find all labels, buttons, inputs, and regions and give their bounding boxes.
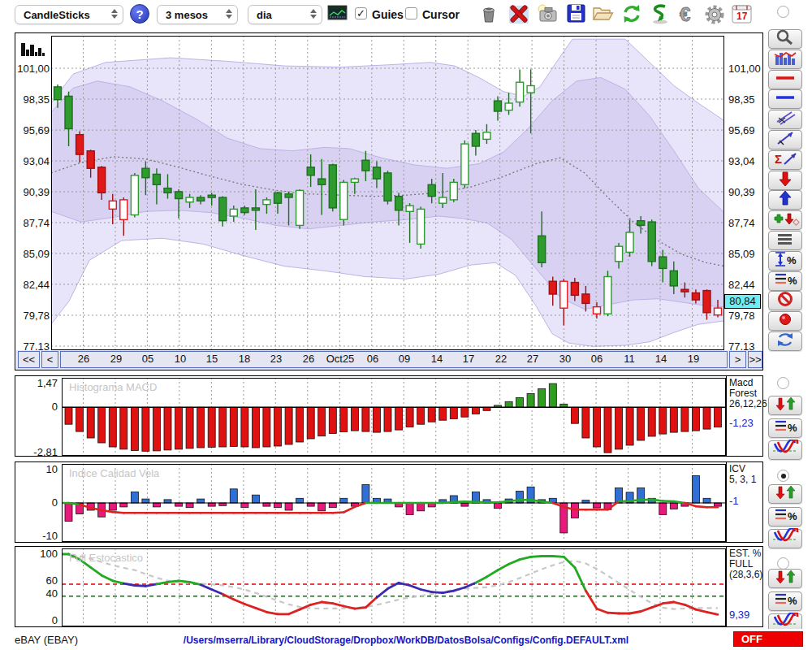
save-icon[interactable] bbox=[566, 3, 589, 26]
panel-tick-label: 0 bbox=[17, 614, 58, 626]
nav-next-button[interactable]: > bbox=[729, 351, 746, 368]
lines-percent-button[interactable]: % bbox=[768, 271, 802, 291]
mini-chart-window-icon[interactable] bbox=[327, 3, 350, 26]
svg-text:%: % bbox=[788, 595, 797, 607]
red-line-icon bbox=[771, 69, 800, 90]
price-tick-label: 85,09 bbox=[728, 248, 755, 260]
arrow-down-button[interactable] bbox=[768, 171, 802, 190]
stock-chart-app: CandleSticks ? 3 mesos dia ✓ Guies Curso… bbox=[0, 0, 812, 650]
macd-radio-button[interactable] bbox=[777, 377, 789, 389]
macd-lines-percent-button[interactable]: % bbox=[768, 418, 802, 438]
forbidden-button[interactable] bbox=[768, 291, 802, 310]
macd-updown-arrows-button[interactable] bbox=[768, 396, 802, 415]
levels-button[interactable] bbox=[768, 231, 802, 250]
macd-value: -1,23 bbox=[729, 417, 754, 429]
date-tick-label: Oct25 bbox=[324, 353, 356, 365]
channel-icon bbox=[771, 109, 800, 130]
open-folder-icon[interactable] bbox=[591, 3, 614, 26]
chart-type-select[interactable]: CandleSticks bbox=[15, 5, 123, 24]
levels-icon bbox=[771, 230, 800, 251]
icv-lines-percent-button[interactable]: % bbox=[768, 507, 802, 526]
price-tick-label: 95,69 bbox=[17, 124, 50, 136]
nav-prev-button[interactable]: < bbox=[41, 351, 58, 368]
price-tick-label: 90,39 bbox=[728, 186, 755, 198]
macd-indicator-curve-button[interactable] bbox=[768, 440, 802, 460]
chevron-updown-icon bbox=[226, 9, 232, 19]
record-button[interactable] bbox=[768, 311, 802, 331]
zoom-button[interactable] bbox=[768, 29, 802, 49]
svg-text:€: € bbox=[680, 3, 690, 25]
date-tick-label: 14 bbox=[421, 353, 453, 365]
icv-updown-arrows-button[interactable] bbox=[768, 484, 802, 504]
channel-button[interactable] bbox=[768, 110, 802, 129]
date-tick-label: 19 bbox=[677, 353, 710, 365]
icv-indicator-curve-button[interactable] bbox=[768, 529, 802, 548]
off-toggle-button[interactable]: OFF bbox=[733, 631, 803, 647]
delete-x-icon[interactable] bbox=[508, 3, 530, 26]
vertical-percent-button[interactable]: % bbox=[768, 251, 802, 271]
settings-gear-icon[interactable] bbox=[703, 3, 726, 26]
stochastic-info-block: EST. %FULL(28,3,6) 9,39 bbox=[726, 547, 762, 626]
stoch-lines-percent-button[interactable]: % bbox=[768, 592, 802, 611]
tool-sidebar: Σ%%%%% bbox=[767, 0, 812, 650]
blue-line-button[interactable] bbox=[768, 89, 802, 109]
date-tick-label: 06 bbox=[581, 353, 613, 365]
euro-icon[interactable]: € bbox=[676, 3, 699, 26]
config-path[interactable]: /Users/mserra/Library/CloudStorage/Dropb… bbox=[97, 635, 715, 646]
date-tick-label: 30 bbox=[549, 353, 581, 365]
sync-button[interactable] bbox=[768, 332, 802, 351]
price-tick-label: 98,35 bbox=[17, 93, 50, 106]
snapshot-icon[interactable] bbox=[536, 3, 559, 26]
cursor-checkbox[interactable] bbox=[405, 7, 417, 20]
svg-text:%: % bbox=[788, 275, 797, 287]
chevron-updown-icon bbox=[310, 9, 317, 19]
trash-icon[interactable] bbox=[477, 3, 500, 26]
price-tick-label: 87,74 bbox=[17, 217, 50, 229]
interval-select[interactable]: dia bbox=[248, 5, 322, 24]
period-select[interactable]: 3 mesos bbox=[157, 5, 238, 24]
symbol-label: eBAY (EBAY) bbox=[15, 634, 78, 646]
red-line-button[interactable] bbox=[768, 70, 802, 89]
lines-percent-icon: % bbox=[771, 271, 800, 292]
price-tick-label: 98,35 bbox=[728, 93, 755, 106]
calendar-icon[interactable]: 17 bbox=[731, 3, 754, 26]
panel-tick-label: 0 bbox=[17, 496, 58, 509]
arrow-up-button[interactable] bbox=[768, 190, 802, 210]
price-tick-label: 79,78 bbox=[728, 310, 755, 322]
date-tick-label: 29 bbox=[100, 353, 132, 365]
trendline-icon bbox=[771, 129, 800, 150]
icv-value: -1 bbox=[729, 495, 739, 507]
nav-last-button[interactable]: >> bbox=[748, 351, 762, 368]
stochastic-plot[interactable] bbox=[62, 548, 726, 626]
volume-chart-button[interactable] bbox=[768, 50, 802, 69]
add-signal-button[interactable] bbox=[768, 210, 802, 230]
reload-icon[interactable] bbox=[648, 3, 671, 26]
price-tick-label: 79,78 bbox=[17, 310, 50, 322]
indicator-curve-icon bbox=[771, 440, 800, 461]
guies-label: Guies bbox=[372, 8, 404, 21]
icv-radio-button[interactable] bbox=[777, 470, 789, 482]
record-icon bbox=[771, 310, 800, 332]
sum-trendline-icon: Σ bbox=[771, 150, 800, 171]
macd-plot[interactable] bbox=[62, 378, 726, 456]
chevron-updown-icon bbox=[111, 9, 118, 19]
main-chart-panel: Last: 80.8399 - 21/11/25 101,0098,3595,6… bbox=[15, 32, 763, 370]
trendline-button[interactable] bbox=[768, 130, 802, 150]
nav-first-button[interactable]: << bbox=[18, 351, 40, 368]
refresh-icon[interactable] bbox=[620, 3, 642, 26]
date-tick-label: 15 bbox=[196, 353, 228, 365]
date-tick-label: 26 bbox=[67, 353, 100, 365]
macd-title: Histograma MACD bbox=[69, 381, 157, 393]
current-price-badge: 80,84 bbox=[724, 294, 761, 309]
stochastic-panel: Full Estocastico 10060400 EST. %FULL(28,… bbox=[15, 546, 763, 627]
chart-type-value: CandleSticks bbox=[24, 9, 90, 21]
stoch-updown-arrows-button[interactable] bbox=[768, 569, 802, 588]
candlestick-plot[interactable] bbox=[51, 36, 724, 350]
indicator-param-label: 26,12,26 bbox=[729, 399, 762, 410]
date-tick-label: 14 bbox=[645, 353, 677, 365]
toolbar: CandleSticks ? 3 mesos dia ✓ Guies Curso… bbox=[0, 0, 812, 29]
icv-plot[interactable] bbox=[62, 464, 726, 542]
sum-trendline-button[interactable]: Σ bbox=[768, 150, 802, 170]
guies-checkbox[interactable]: ✓ bbox=[355, 7, 367, 20]
help-button[interactable]: ? bbox=[130, 4, 149, 24]
